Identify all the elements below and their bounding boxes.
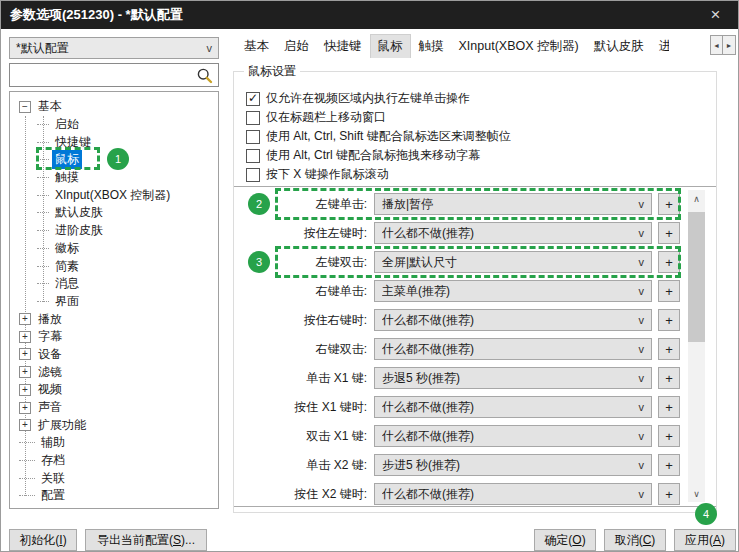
- checkbox-row[interactable]: 使用 Alt, Ctrl, Shift 键配合鼠标选区来调整帧位: [234, 127, 716, 146]
- action-select[interactable]: 步进5 秒(推荐) v: [374, 454, 652, 476]
- chevron-down-icon: v: [639, 343, 645, 355]
- tab[interactable]: 启始: [277, 35, 316, 58]
- checkbox-icon[interactable]: [246, 111, 260, 125]
- tree-item-label: 辅助: [38, 433, 68, 452]
- tree-expander-icon[interactable]: [19, 366, 31, 378]
- action-select[interactable]: 什么都不做(推荐) v: [374, 222, 652, 244]
- add-action-button[interactable]: +: [658, 483, 680, 505]
- add-action-button[interactable]: +: [658, 309, 680, 331]
- tree-expander-icon[interactable]: [19, 101, 31, 113]
- action-select[interactable]: 什么都不做(推荐) v: [374, 309, 652, 331]
- checkbox-icon[interactable]: [246, 92, 260, 106]
- add-action-button[interactable]: +: [658, 367, 680, 389]
- tree-item[interactable]: XInput(XBOX 控制器): [10, 186, 218, 204]
- tree-item[interactable]: 辅助: [10, 434, 218, 452]
- tab-scroll-right-icon[interactable]: ►: [723, 35, 736, 55]
- checkbox-row[interactable]: 仅在标题栏上移动窗口: [234, 108, 716, 127]
- scrollbar-thumb[interactable]: [688, 212, 705, 342]
- tree-item[interactable]: 字幕: [10, 328, 218, 346]
- tab[interactable]: 触摸: [412, 35, 451, 58]
- checkbox-icon[interactable]: [246, 168, 260, 182]
- tree-item[interactable]: 设备: [10, 346, 218, 364]
- action-select-value: 什么都不做(推荐): [382, 341, 639, 358]
- tree-item[interactable]: 界面: [10, 293, 218, 311]
- search-input[interactable]: [10, 64, 196, 86]
- add-action-button[interactable]: +: [658, 425, 680, 447]
- tree-item[interactable]: 存档: [10, 452, 218, 470]
- checkbox-icon[interactable]: [246, 149, 260, 163]
- tab[interactable]: XInput(XBOX 控制器): [452, 35, 586, 58]
- add-action-button[interactable]: +: [658, 280, 680, 302]
- tree-item[interactable]: 默认皮肤: [10, 204, 218, 222]
- action-select[interactable]: 什么都不做(推荐) v: [374, 338, 652, 360]
- action-select[interactable]: 播放|暂停 v: [374, 193, 652, 215]
- tree-expander-icon[interactable]: [19, 402, 31, 414]
- tree-item[interactable]: 基本: [10, 98, 218, 116]
- tab-scroll-left-icon[interactable]: ◄: [710, 35, 723, 55]
- tree-expander-icon[interactable]: [19, 313, 31, 325]
- action-select[interactable]: 主菜单(推荐) v: [374, 280, 652, 302]
- cancel-button[interactable]: 取消(C): [604, 529, 666, 551]
- scroll-up-icon[interactable]: ∧: [688, 190, 705, 207]
- checkbox-icon[interactable]: [246, 130, 260, 144]
- button-mnemonic: A: [713, 533, 721, 547]
- profile-select[interactable]: *默认配置 v: [9, 37, 219, 59]
- tab[interactable]: 进阶皮肤: [652, 35, 669, 58]
- action-select[interactable]: 什么都不做(推荐) v: [374, 396, 652, 418]
- chevron-down-icon: v: [207, 42, 213, 54]
- tree-item[interactable]: 视频: [10, 381, 218, 399]
- tree-item[interactable]: 滤镜: [10, 363, 218, 381]
- tree-item[interactable]: 触摸: [10, 169, 218, 187]
- add-action-button[interactable]: +: [658, 454, 680, 476]
- checkbox-row[interactable]: 仅允许在视频区域内执行左键单击操作: [234, 89, 716, 108]
- tree-item[interactable]: 消息: [10, 275, 218, 293]
- add-action-button[interactable]: +: [658, 338, 680, 360]
- checkbox-row[interactable]: 按下 X 键操作鼠标滚动: [234, 165, 716, 184]
- action-label: 右键单击:: [239, 283, 367, 300]
- tree-expander-icon[interactable]: [19, 419, 31, 431]
- tree-item[interactable]: 徽标: [10, 240, 218, 258]
- action-select[interactable]: 步退5 秒(推荐) v: [374, 367, 652, 389]
- tree-item-label: 鼠标: [52, 150, 82, 169]
- tab[interactable]: 鼠标: [370, 34, 411, 58]
- tree-item[interactable]: 播放: [10, 310, 218, 328]
- tree-item[interactable]: 启始: [10, 116, 218, 134]
- apply-button[interactable]: 应用(A): [674, 529, 736, 551]
- checkbox-row[interactable]: 使用 Alt, Ctrl 键配合鼠标拖拽来移动字幕: [234, 146, 716, 165]
- action-select[interactable]: 什么都不做(推荐) v: [374, 425, 652, 447]
- add-action-button[interactable]: +: [658, 396, 680, 418]
- scroll-down-icon[interactable]: ∨: [688, 485, 705, 502]
- ok-button[interactable]: 确定(O): [534, 529, 596, 551]
- action-row: 双击 X1 键: 什么都不做(推荐) v +: [239, 425, 716, 447]
- tree-connector-stub: [37, 124, 49, 125]
- export-config-button[interactable]: 导出当前配置(S)...: [85, 529, 207, 551]
- tree-connector-stub: [37, 159, 49, 160]
- add-action-button[interactable]: +: [658, 193, 680, 215]
- action-select-value: 主菜单(推荐): [382, 283, 639, 300]
- tree-connector-stub: [37, 177, 49, 178]
- action-select[interactable]: 什么都不做(推荐) v: [374, 483, 652, 505]
- add-action-button[interactable]: +: [658, 222, 680, 244]
- tree-item[interactable]: 关联: [10, 469, 218, 487]
- tree-expander-icon[interactable]: [19, 348, 31, 360]
- tab-label: 启始: [284, 39, 309, 53]
- tree-item[interactable]: 简素: [10, 257, 218, 275]
- initialize-button[interactable]: 初始化(I): [9, 529, 77, 551]
- action-select[interactable]: 全屏|默认尺寸 v: [374, 251, 652, 273]
- tree-item[interactable]: 进阶皮肤: [10, 222, 218, 240]
- tree-item-label: 配置: [38, 486, 68, 505]
- tree-expander-icon[interactable]: [19, 384, 31, 396]
- tree-item[interactable]: 配置: [10, 487, 218, 505]
- tree-item[interactable]: 声音: [10, 399, 218, 417]
- scrollbar[interactable]: ∧ ∨: [688, 190, 705, 502]
- tab[interactable]: 基本: [237, 35, 276, 58]
- tree-item-label: 默认皮肤: [52, 203, 106, 222]
- action-select-value: 步退5 秒(推荐): [382, 370, 639, 387]
- add-action-button[interactable]: +: [658, 251, 680, 273]
- close-icon[interactable]: ×: [693, 1, 738, 29]
- tab[interactable]: 快捷键: [317, 35, 369, 58]
- tree-expander-icon[interactable]: [19, 331, 31, 343]
- action-row: 2 左键单击: 播放|暂停 v +: [239, 193, 716, 215]
- tree-item[interactable]: 扩展功能: [10, 416, 218, 434]
- tab[interactable]: 默认皮肤: [587, 35, 651, 58]
